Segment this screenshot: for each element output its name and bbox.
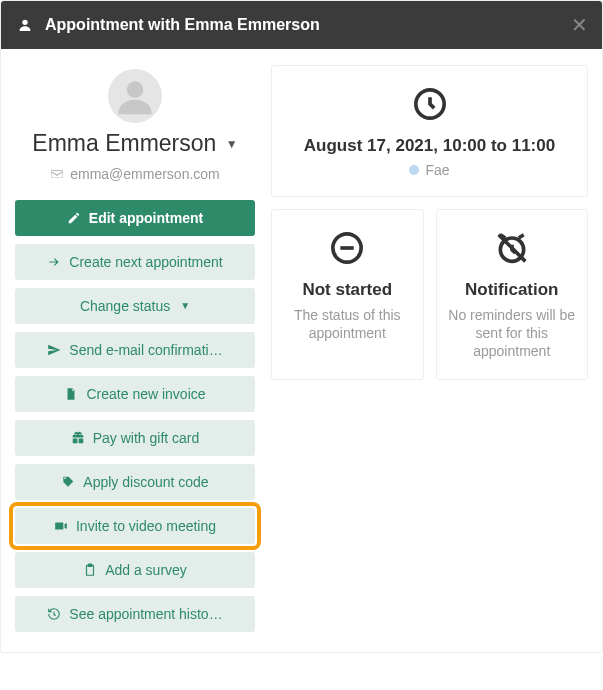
create-invoice-button[interactable]: Create new invoice [15, 376, 255, 412]
clock-icon [282, 82, 577, 126]
tag-label: Fae [425, 162, 449, 178]
chevron-down-icon: ▼ [180, 300, 190, 311]
file-icon [64, 387, 78, 401]
apply-discount-button[interactable]: Apply discount code [15, 464, 255, 500]
action-list: Edit appointment Create next appointment… [15, 200, 255, 632]
modal-body: Emma Emmerson ▼ emma@emmerson.com Edit a… [1, 49, 602, 652]
status-card: Not started The status of this appointme… [271, 209, 424, 380]
change-status-button[interactable]: Change status ▼ [15, 288, 255, 324]
button-label: Apply discount code [83, 474, 208, 490]
status-subtitle: The status of this appointment [282, 306, 413, 342]
appointment-modal: Appointment with Emma Emmerson ✕ Emma Em… [0, 0, 603, 653]
button-label: Change status [80, 298, 170, 314]
notification-card: Notification No reminders will be sent f… [436, 209, 589, 380]
right-column: August 17, 2021, 10:00 to 11:00 Fae Not … [271, 65, 588, 632]
modal-header: Appointment with Emma Emmerson ✕ [1, 1, 602, 49]
arrow-right-icon [47, 255, 61, 269]
highlight-box: Invite to video meeting [15, 508, 255, 544]
appointment-history-button[interactable]: See appointment histo… [15, 596, 255, 632]
pencil-icon [67, 211, 81, 225]
tag-row: Fae [282, 162, 577, 178]
button-label: Create next appointment [69, 254, 222, 270]
edit-appointment-button[interactable]: Edit appointment [15, 200, 255, 236]
email-text: emma@emmerson.com [70, 166, 220, 182]
svg-point-0 [22, 20, 27, 25]
modal-title: Appointment with Emma Emmerson [45, 16, 320, 34]
close-icon[interactable]: ✕ [571, 15, 588, 35]
notification-title: Notification [447, 280, 578, 300]
left-column: Emma Emmerson ▼ emma@emmerson.com Edit a… [15, 65, 255, 632]
pay-gift-card-button[interactable]: Pay with gift card [15, 420, 255, 456]
status-title: Not started [282, 280, 413, 300]
not-started-icon [282, 226, 413, 270]
mail-icon [50, 167, 64, 181]
add-survey-button[interactable]: Add a survey [15, 552, 255, 588]
tag-icon [61, 475, 75, 489]
send-icon [47, 343, 61, 357]
person-name: Emma Emmerson [32, 130, 216, 156]
button-label: Add a survey [105, 562, 187, 578]
button-label: Edit appointment [89, 210, 203, 226]
avatar [108, 69, 162, 123]
button-label: Pay with gift card [93, 430, 200, 446]
datetime-text: August 17, 2021, 10:00 to 11:00 [282, 136, 577, 156]
datetime-card: August 17, 2021, 10:00 to 11:00 Fae [271, 65, 588, 197]
alarm-off-icon [447, 226, 578, 270]
video-icon [54, 519, 68, 533]
button-label: Invite to video meeting [76, 518, 216, 534]
history-icon [47, 607, 61, 621]
send-email-confirmation-button[interactable]: Send e-mail confirmati… [15, 332, 255, 368]
svg-rect-3 [88, 564, 92, 566]
invite-video-meeting-button[interactable]: Invite to video meeting [15, 508, 255, 544]
button-label: See appointment histo… [69, 606, 222, 622]
person-icon [17, 17, 33, 33]
button-label: Send e-mail confirmati… [69, 342, 222, 358]
email-row: emma@emmerson.com [15, 166, 255, 182]
svg-point-1 [127, 81, 144, 98]
gift-icon [71, 431, 85, 445]
status-row: Not started The status of this appointme… [271, 209, 588, 380]
clipboard-icon [83, 563, 97, 577]
notification-subtitle: No reminders will be sent for this appoi… [447, 306, 578, 361]
button-label: Create new invoice [86, 386, 205, 402]
tag-color-dot [409, 165, 419, 175]
person-name-dropdown[interactable]: Emma Emmerson ▼ [32, 129, 237, 158]
create-next-appointment-button[interactable]: Create next appointment [15, 244, 255, 280]
chevron-down-icon: ▼ [226, 137, 238, 151]
